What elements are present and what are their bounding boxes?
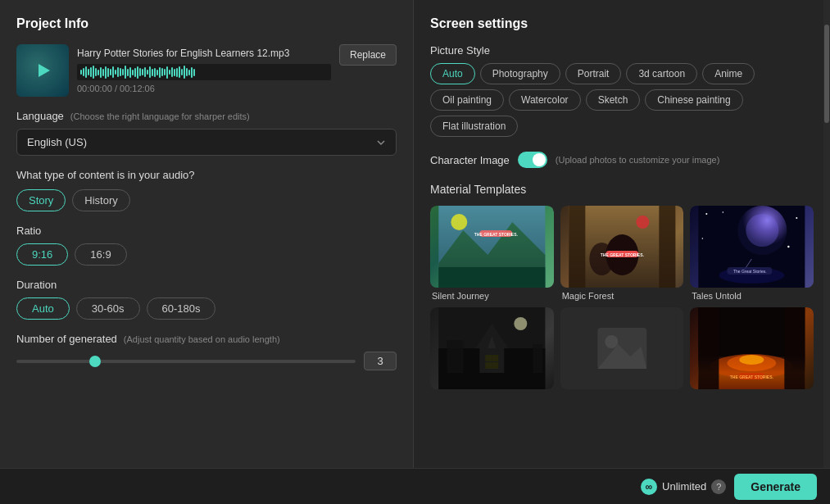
waveform-bar	[132, 70, 134, 75]
ratio-9-16[interactable]: 9:16	[16, 243, 68, 266]
material-haunted[interactable]	[430, 307, 554, 393]
screen-settings-title: Screen settings	[430, 16, 814, 31]
material-thumb-haunted	[430, 307, 554, 389]
audio-filename: Harry Potter Stories for English Learner…	[77, 48, 331, 59]
tag-story[interactable]: Story	[16, 189, 66, 211]
style-watercolor[interactable]: Watercolor	[509, 89, 581, 111]
svg-text:The Great Stories.: The Great Stories.	[733, 269, 767, 274]
replace-button[interactable]: Replace	[339, 44, 397, 66]
waveform-bar	[134, 68, 136, 77]
waveform-bar	[193, 69, 195, 76]
thumb-bg-haunted	[430, 307, 554, 389]
svg-text:THE GREAT STORIES.: THE GREAT STORIES.	[474, 232, 519, 237]
material-placeholder[interactable]	[560, 307, 684, 393]
thumb-scene-magic: THE GREAT STORIES.	[560, 206, 684, 288]
waveform-bar	[181, 69, 183, 75]
style-anime[interactable]: Anime	[702, 63, 755, 84]
unlimited-label: Unlimited	[662, 480, 706, 493]
svg-rect-37	[533, 344, 542, 373]
style-portrait[interactable]: Portrait	[565, 63, 622, 84]
slider-row: 3	[16, 352, 397, 370]
style-oil-painting[interactable]: Oil painting	[430, 89, 504, 111]
picture-style-section: Picture Style Auto Photography Portrait …	[430, 44, 814, 137]
duration-30-60[interactable]: 30-60s	[76, 297, 140, 320]
style-chinese-painting[interactable]: Chinese painting	[645, 89, 742, 111]
material-grid: THE GREAT STORIES. Silent Journey	[430, 206, 814, 393]
audio-time: 00:00:00 / 00:12:06	[77, 84, 331, 93]
waveform-bar	[149, 66, 151, 78]
style-sketch[interactable]: Sketch	[586, 89, 641, 111]
duration-group: Auto 30-60s 60-180s	[16, 297, 397, 320]
tag-history[interactable]: History	[72, 189, 129, 211]
waveform-bar	[147, 70, 148, 75]
waveform-bar	[102, 69, 104, 76]
waveform-bar	[169, 70, 170, 75]
unlimited-container: ∞ Unlimited ?	[641, 479, 726, 495]
thumb-scene-tales: The Great Stories.	[690, 206, 814, 288]
language-hint: (Choose the right language for sharper e…	[70, 111, 250, 121]
waveform-bar	[105, 66, 107, 79]
duration-auto[interactable]: Auto	[16, 297, 70, 320]
material-magic-forest[interactable]: THE GREAT STORIES. Magic Forest	[560, 206, 684, 301]
svg-point-35	[514, 317, 527, 330]
waveform-bar	[137, 66, 138, 79]
material-thumb-silent-journey: THE GREAT STORIES.	[430, 206, 554, 288]
thumb-placeholder-icon	[560, 307, 684, 389]
waveform-bar	[139, 68, 141, 76]
waveform-bar	[120, 68, 121, 76]
svg-rect-34	[492, 362, 498, 369]
style-photography[interactable]: Photography	[480, 63, 560, 84]
material-tales-untold[interactable]: The Great Stories. Tales Untold	[690, 206, 814, 301]
svg-point-3	[451, 214, 467, 230]
waveform-bar	[107, 68, 109, 77]
unlimited-icon: ∞	[641, 479, 657, 495]
waveform-bar	[154, 68, 156, 77]
waveform-bar	[176, 68, 178, 77]
ratio-16-9[interactable]: 16:9	[75, 243, 126, 266]
svg-rect-33	[485, 362, 492, 369]
generated-value: 3	[364, 352, 397, 370]
material-fire[interactable]: THE GREAT STORIES.	[690, 307, 814, 393]
thumb-bg-placeholder	[560, 307, 684, 389]
waveform-bar	[115, 70, 116, 75]
svg-rect-31	[485, 355, 492, 361]
right-panel: Screen settings Picture Style Auto Photo…	[414, 0, 830, 468]
style-auto[interactable]: Auto	[430, 63, 475, 84]
waveform-bar	[127, 69, 129, 76]
waveform-bar	[125, 66, 126, 79]
svg-rect-2	[438, 267, 545, 288]
waveform-bar	[159, 67, 161, 78]
character-image-hint: (Upload photos to customize your image)	[556, 155, 720, 165]
audio-file-row: Harry Potter Stories for English Learner…	[16, 44, 397, 97]
language-select[interactable]: English (US) Chinese Spanish French	[16, 129, 397, 156]
svg-point-19	[796, 217, 798, 219]
svg-point-17	[706, 213, 708, 215]
waveform-bar	[129, 67, 131, 78]
help-icon[interactable]: ?	[711, 479, 726, 494]
generate-button[interactable]: Generate	[734, 474, 817, 500]
ratio-group: 9:16 16:9	[16, 243, 397, 266]
style-3d-cartoon[interactable]: 3d cartoon	[626, 63, 697, 84]
style-flat-illustration[interactable]: Flat illustration	[430, 116, 518, 137]
character-image-label: Character Image	[430, 154, 510, 166]
ratio-section: Ratio 9:16 16:9	[16, 225, 397, 266]
material-silent-journey[interactable]: THE GREAT STORIES. Silent Journey	[430, 206, 554, 301]
generated-label-text: Number of generated	[16, 333, 117, 345]
waveform-bar	[85, 66, 87, 78]
svg-point-16	[746, 214, 779, 247]
scrollbar-track[interactable]	[823, 0, 830, 468]
waveform-bar	[144, 67, 146, 77]
waveform-bar	[100, 67, 102, 78]
audio-thumbnail-bg	[16, 44, 69, 97]
material-name-magic-forest: Magic Forest	[560, 291, 684, 301]
waveform-bar	[90, 67, 92, 77]
character-image-row: Character Image (Upload photos to custom…	[430, 152, 814, 168]
character-image-toggle[interactable]	[518, 152, 547, 168]
svg-rect-47	[699, 307, 719, 389]
generated-slider[interactable]	[16, 360, 356, 363]
waveform-bar	[117, 67, 119, 77]
generated-hint: (Adjust quantity based on audio length)	[124, 334, 280, 344]
language-label-row: Language (Choose the right language for …	[16, 110, 397, 122]
duration-60-180[interactable]: 60-180s	[147, 297, 216, 320]
play-icon	[39, 64, 50, 77]
